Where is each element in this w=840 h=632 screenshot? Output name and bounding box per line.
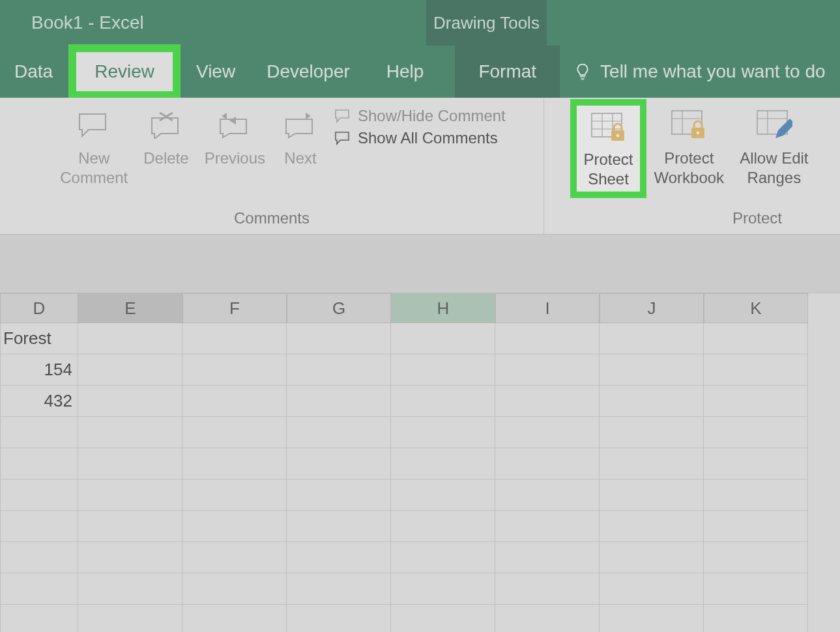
cell[interactable] — [704, 354, 808, 386]
cell[interactable] — [0, 480, 78, 511]
cell[interactable] — [182, 605, 287, 632]
cell[interactable] — [495, 605, 600, 632]
cell[interactable] — [600, 542, 704, 573]
cell[interactable] — [391, 511, 495, 542]
cell[interactable] — [182, 386, 287, 417]
cell[interactable] — [182, 448, 287, 480]
cell[interactable] — [600, 511, 704, 542]
column-header-E[interactable]: E — [78, 293, 182, 323]
column-header-I[interactable]: I — [495, 293, 600, 323]
column-header-F[interactable]: F — [182, 293, 287, 323]
protect-sheet-button[interactable]: Protect Sheet — [577, 106, 639, 192]
cell[interactable] — [391, 323, 495, 354]
cell[interactable] — [0, 417, 78, 448]
cell[interactable] — [704, 386, 808, 417]
column-header-K[interactable]: K — [704, 293, 808, 323]
cell[interactable]: 432 — [0, 386, 78, 417]
cell[interactable] — [182, 573, 287, 605]
cell[interactable] — [287, 354, 391, 386]
cell[interactable] — [495, 511, 600, 542]
cell[interactable]: Forest — [0, 323, 78, 354]
previous-comment-button[interactable]: Previous — [197, 102, 273, 168]
new-comment-button[interactable]: New Comment — [52, 102, 136, 188]
cell[interactable] — [600, 573, 704, 605]
cell[interactable] — [704, 573, 808, 605]
cell[interactable] — [182, 542, 287, 573]
cell[interactable] — [0, 511, 78, 542]
column-header-D[interactable]: D — [0, 293, 78, 323]
cell[interactable] — [287, 417, 391, 448]
tab-data[interactable]: Data — [0, 46, 66, 98]
column-header-J[interactable]: J — [600, 293, 704, 323]
cell[interactable] — [495, 417, 600, 448]
cell[interactable] — [391, 354, 495, 386]
cell[interactable] — [0, 542, 78, 573]
cell[interactable] — [78, 542, 182, 573]
cell[interactable] — [182, 323, 287, 354]
tab-developer[interactable]: Developer — [248, 46, 368, 98]
allow-edit-ranges-button[interactable]: Allow Edit Ranges — [732, 102, 816, 188]
cell[interactable] — [391, 573, 495, 605]
cell[interactable] — [495, 386, 600, 417]
cell[interactable] — [495, 480, 600, 511]
cell[interactable] — [600, 605, 704, 632]
cell[interactable] — [78, 480, 182, 511]
cell[interactable] — [287, 448, 391, 480]
cell[interactable] — [600, 354, 704, 386]
cell[interactable] — [391, 386, 495, 417]
show-hide-comment-button[interactable]: Show/Hide Comment — [334, 107, 506, 125]
cell[interactable] — [600, 323, 704, 354]
cell[interactable] — [182, 511, 287, 542]
cell[interactable] — [287, 542, 391, 573]
cell[interactable] — [391, 480, 495, 511]
cell[interactable] — [78, 448, 182, 480]
cell[interactable] — [78, 573, 182, 605]
cell[interactable] — [0, 448, 78, 480]
cell[interactable] — [182, 354, 287, 386]
column-header-G[interactable]: G — [287, 293, 391, 323]
tab-help[interactable]: Help — [368, 46, 442, 98]
cell[interactable] — [600, 448, 704, 480]
cell[interactable] — [704, 448, 808, 480]
protect-workbook-button[interactable]: Protect Workbook — [646, 102, 732, 188]
cell[interactable] — [704, 480, 808, 511]
tab-format[interactable]: Format — [455, 46, 560, 98]
cell[interactable] — [287, 323, 391, 354]
cell[interactable] — [287, 480, 391, 511]
cell[interactable] — [391, 448, 495, 480]
cell[interactable] — [78, 323, 182, 354]
cell[interactable] — [0, 573, 78, 605]
cell[interactable] — [287, 573, 391, 605]
cell[interactable] — [704, 542, 808, 573]
cell[interactable] — [600, 417, 704, 448]
cell[interactable] — [78, 354, 182, 386]
spreadsheet-grid[interactable]: DEFGHIJK Forest154432 — [0, 293, 840, 632]
cell[interactable] — [287, 386, 391, 417]
column-header-H[interactable]: H — [391, 293, 495, 323]
tab-review[interactable]: Review — [76, 52, 173, 91]
cell[interactable] — [78, 417, 182, 448]
cell[interactable] — [600, 386, 704, 417]
cell[interactable] — [495, 573, 600, 605]
next-comment-button[interactable]: Next — [273, 102, 328, 168]
cell[interactable] — [78, 605, 182, 632]
cell[interactable] — [182, 480, 287, 511]
cell[interactable] — [495, 448, 600, 480]
cell[interactable] — [704, 605, 808, 632]
cell[interactable] — [0, 605, 78, 632]
cell[interactable] — [704, 323, 808, 354]
cell[interactable] — [600, 480, 704, 511]
cell[interactable] — [391, 542, 495, 573]
cell[interactable] — [704, 417, 808, 448]
cell[interactable] — [391, 605, 495, 632]
cell[interactable] — [78, 511, 182, 542]
tab-view[interactable]: View — [183, 46, 248, 98]
cell[interactable] — [287, 605, 391, 632]
cell[interactable] — [287, 511, 391, 542]
cell[interactable] — [78, 386, 182, 417]
cell[interactable] — [495, 542, 600, 573]
cell[interactable] — [391, 417, 495, 448]
cell[interactable] — [495, 354, 600, 386]
cell[interactable]: 154 — [0, 354, 78, 386]
tell-me-search[interactable]: Tell me what you want to do — [560, 61, 826, 82]
